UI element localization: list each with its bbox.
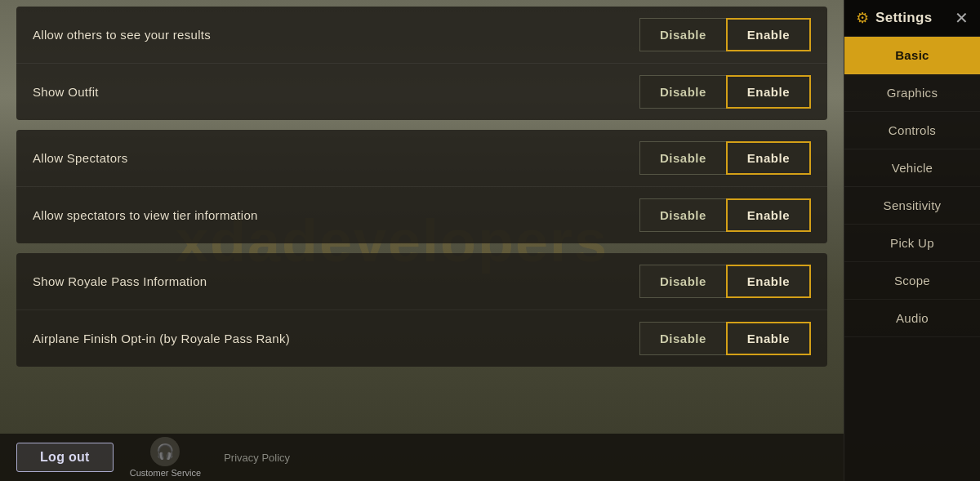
btn-group-allow-spectators: Disable Enable xyxy=(639,141,811,175)
setting-row-allow-spectators: Allow Spectators Disable Enable xyxy=(16,130,827,187)
setting-label-airplane-finish: Airplane Finish Opt-in (by Royale Pass R… xyxy=(33,332,290,345)
sidebar-title: Settings xyxy=(875,10,932,26)
customer-service-button[interactable]: 🎧 Customer Service xyxy=(130,437,201,478)
gear-icon: ⚙ xyxy=(856,9,869,27)
setting-row-airplane-finish: Airplane Finish Opt-in (by Royale Pass R… xyxy=(16,310,827,367)
sidebar-item-basic[interactable]: Basic xyxy=(844,37,980,74)
sidebar-item-controls[interactable]: Controls xyxy=(844,112,980,149)
enable-btn-royale-pass[interactable]: Enable xyxy=(726,265,811,298)
enable-btn-airplane-finish[interactable]: Enable xyxy=(726,322,811,355)
section-card-1: Allow others to see your results Disable… xyxy=(16,7,827,120)
setting-label-show-outfit: Show Outfit xyxy=(33,85,99,99)
enable-btn-allow-others[interactable]: Enable xyxy=(726,18,811,51)
setting-row-allow-others: Allow others to see your results Disable… xyxy=(16,7,827,64)
headset-icon: 🎧 xyxy=(150,437,180,466)
btn-group-allow-others: Disable Enable xyxy=(639,18,811,51)
disable-btn-airplane-finish[interactable]: Disable xyxy=(639,322,726,355)
section-card-2: Allow Spectators Disable Enable Allow sp… xyxy=(16,130,827,243)
sidebar-item-audio[interactable]: Audio xyxy=(844,300,980,337)
setting-label-spectators-tier: Allow spectators to view tier informatio… xyxy=(33,208,258,222)
setting-row-show-outfit: Show Outfit Disable Enable xyxy=(16,64,827,120)
disable-btn-allow-spectators[interactable]: Disable xyxy=(639,141,726,175)
sidebar-title-area: ⚙ Settings xyxy=(856,9,932,27)
sidebar-item-graphics[interactable]: Graphics xyxy=(844,74,980,112)
enable-btn-spectators-tier[interactable]: Enable xyxy=(726,198,811,232)
setting-row-royale-pass: Show Royale Pass Information Disable Ena… xyxy=(16,253,827,310)
setting-row-spectators-tier: Allow spectators to view tier informatio… xyxy=(16,187,827,243)
sidebar-header: ⚙ Settings ✕ xyxy=(844,0,980,37)
disable-btn-show-outfit[interactable]: Disable xyxy=(639,75,726,109)
sidebar: ⚙ Settings ✕ Basic Graphics Controls Veh… xyxy=(844,0,980,481)
setting-label-allow-spectators: Allow Spectators xyxy=(33,151,128,165)
btn-group-spectators-tier: Disable Enable xyxy=(639,198,811,232)
sidebar-item-vehicle[interactable]: Vehicle xyxy=(844,149,980,187)
customer-service-label: Customer Service xyxy=(130,468,201,478)
sidebar-item-sensitivity[interactable]: Sensitivity xyxy=(844,187,980,225)
btn-group-airplane-finish: Disable Enable xyxy=(639,322,811,355)
btn-group-show-outfit: Disable Enable xyxy=(639,75,811,109)
btn-group-royale-pass: Disable Enable xyxy=(639,265,811,298)
enable-btn-show-outfit[interactable]: Enable xyxy=(726,75,811,109)
disable-btn-allow-others[interactable]: Disable xyxy=(639,18,726,51)
sidebar-item-scope[interactable]: Scope xyxy=(844,262,980,300)
close-icon[interactable]: ✕ xyxy=(955,8,969,28)
section-card-3: Show Royale Pass Information Disable Ena… xyxy=(16,253,827,367)
sidebar-item-pickup[interactable]: Pick Up xyxy=(844,225,980,262)
disable-btn-royale-pass[interactable]: Disable xyxy=(639,265,726,298)
setting-label-allow-others: Allow others to see your results xyxy=(33,28,211,42)
setting-label-royale-pass: Show Royale Pass Information xyxy=(33,274,207,288)
enable-btn-allow-spectators[interactable]: Enable xyxy=(726,141,811,175)
logout-button[interactable]: Log out xyxy=(16,443,114,472)
disable-btn-spectators-tier[interactable]: Disable xyxy=(639,198,726,232)
main-content: Allow others to see your results Disable… xyxy=(0,0,844,481)
bottom-bar: Log out 🎧 Customer Service Privacy Polic… xyxy=(0,434,844,481)
privacy-policy-link[interactable]: Privacy Policy xyxy=(224,452,290,464)
